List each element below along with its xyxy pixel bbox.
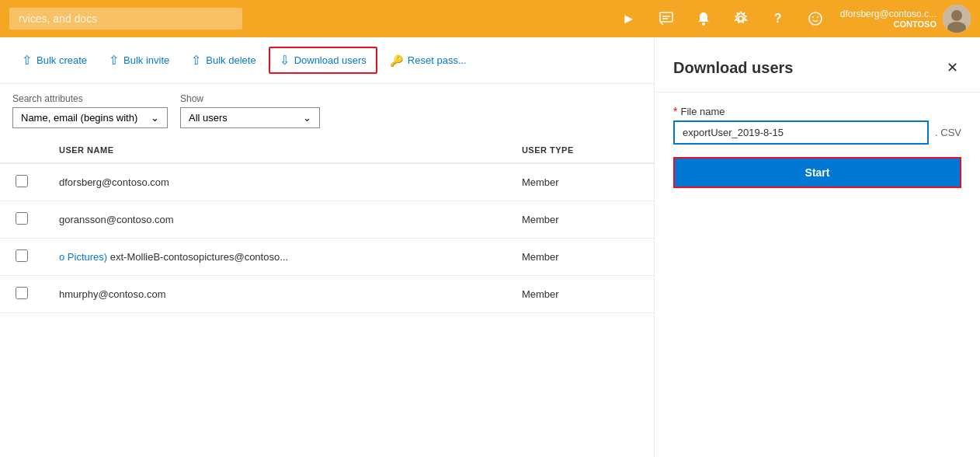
bulk-create-btn[interactable]: ⇧ Bulk create — [12, 48, 96, 72]
usertype-col-header: USER TYPE — [506, 138, 654, 163]
table-row: dforsberg@contoso.com Member — [0, 163, 654, 201]
user-link[interactable]: o Pictures) — [59, 251, 107, 263]
svg-point-6 — [809, 12, 822, 25]
show-filter-group: Show All users ⌄ — [180, 93, 320, 128]
row-checkbox-cell — [0, 276, 43, 313]
search-filter-select[interactable]: Name, email (begins with) ⌄ — [12, 107, 168, 128]
close-icon: ✕ — [947, 59, 958, 76]
required-marker: * — [673, 105, 677, 117]
user-profile[interactable]: dforsberg@contoso.c... CONTOSO — [840, 5, 971, 33]
main-container: ⇧ Bulk create ⇧ Bulk invite ⇧ Bulk delet… — [0, 37, 980, 457]
panel-header: Download users ✕ — [673, 56, 961, 79]
settings-icon[interactable] — [728, 6, 753, 31]
show-filter-select[interactable]: All users ⌄ — [180, 107, 320, 128]
topbar: ► ? — [0, 0, 980, 37]
usertype-cell: Member — [506, 163, 654, 201]
toolbar: ⇧ Bulk create ⇧ Bulk invite ⇧ Bulk delet… — [0, 37, 654, 84]
left-panel: ⇧ Bulk create ⇧ Bulk invite ⇧ Bulk delet… — [0, 37, 654, 457]
topbar-icons: ► ? — [617, 5, 971, 33]
svg-point-8 — [817, 16, 818, 18]
start-button[interactable]: Start — [673, 157, 961, 188]
chevron-down-icon: ⌄ — [303, 112, 311, 124]
bulk-delete-btn[interactable]: ⇧ Bulk delete — [182, 48, 265, 72]
username-cell: hmurphy@contoso.com — [43, 276, 506, 313]
bulk-delete-icon: ⇧ — [191, 53, 201, 68]
svg-point-10 — [951, 10, 962, 21]
table-row: o Pictures) ext-MollieB-contosopictures@… — [0, 239, 654, 276]
usertype-cell: Member — [506, 239, 654, 276]
username-cell: o Pictures) ext-MollieB-contosopictures@… — [43, 239, 506, 276]
smiley-icon[interactable] — [803, 6, 828, 31]
search-input[interactable] — [9, 8, 242, 30]
filename-field-group: * File name . CSV — [673, 105, 961, 145]
usertype-cell: Member — [506, 201, 654, 239]
help-icon[interactable]: ? — [766, 6, 791, 31]
usertype-cell: Member — [506, 276, 654, 313]
reset-password-btn[interactable]: 🔑 Reset pass... — [381, 50, 476, 72]
topbar-left — [9, 8, 242, 30]
row-checkbox[interactable] — [16, 212, 28, 225]
svg-point-5 — [738, 16, 743, 21]
svg-rect-0 — [660, 12, 672, 22]
show-filter-label: Show — [180, 93, 320, 104]
row-checkbox[interactable] — [16, 249, 28, 262]
search-filter-group: Search attributes Name, email (begins wi… — [12, 93, 168, 128]
download-users-panel: Download users ✕ * File name . CSV Start — [654, 37, 980, 457]
bulk-create-icon: ⇧ — [22, 53, 32, 68]
select-all-header — [0, 138, 43, 163]
key-icon: 🔑 — [390, 54, 403, 67]
row-checkbox[interactable] — [16, 175, 28, 187]
download-icon: ⇩ — [280, 53, 290, 68]
filename-input[interactable] — [673, 120, 929, 145]
svg-point-7 — [812, 16, 814, 18]
bulk-invite-btn[interactable]: ⇧ Bulk invite — [99, 48, 179, 72]
avatar — [943, 5, 971, 33]
chevron-down-icon: ⌄ — [151, 112, 159, 124]
filename-field-row: . CSV — [673, 120, 961, 145]
file-suffix: . CSV — [935, 127, 961, 138]
row-checkbox-cell — [0, 201, 43, 239]
table-row: goransson@contoso.com Member — [0, 201, 654, 239]
users-table: USER NAME USER TYPE dforsberg@contoso.co… — [0, 138, 654, 313]
bell-icon[interactable] — [691, 6, 716, 31]
user-display: dforsberg@contoso.c... CONTOSO — [840, 9, 937, 29]
download-users-btn[interactable]: ⇩ Download users — [269, 47, 377, 74]
row-checkbox[interactable] — [16, 287, 28, 299]
filename-label: * File name — [673, 105, 961, 117]
search-filter-label: Search attributes — [12, 93, 168, 104]
table-row: hmurphy@contoso.com Member — [0, 276, 654, 313]
bulk-invite-icon: ⇧ — [109, 53, 119, 68]
row-checkbox-cell — [0, 239, 43, 276]
svg-point-4 — [702, 23, 705, 26]
panel-close-button[interactable]: ✕ — [944, 56, 961, 79]
feedback-icon[interactable] — [654, 6, 679, 31]
panel-divider — [655, 92, 980, 92]
filters: Search attributes Name, email (begins wi… — [0, 84, 654, 138]
panel-title: Download users — [673, 59, 793, 77]
username-cell: dforsberg@contoso.com — [43, 163, 506, 201]
terminal-icon[interactable]: ► — [617, 6, 641, 31]
username-cell: goransson@contoso.com — [43, 201, 506, 239]
username-col-header: USER NAME — [43, 138, 506, 163]
row-checkbox-cell — [0, 163, 43, 201]
